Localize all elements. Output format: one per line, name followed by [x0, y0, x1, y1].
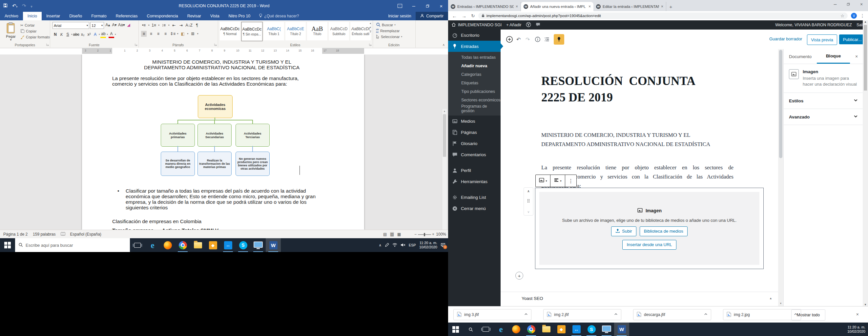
wifi-icon[interactable] [392, 243, 397, 248]
taskbar-search-box[interactable]: Escribe aquí para buscar [15, 238, 130, 252]
move-up-icon[interactable]: ∧ [527, 189, 529, 193]
strikethrough-button[interactable]: abc [73, 31, 80, 37]
taskbar-app-firefox[interactable] [508, 323, 524, 336]
superscript-button[interactable]: x² [86, 31, 92, 37]
text-effects-button[interactable]: A [93, 31, 98, 37]
scrollbar-thumb[interactable] [864, 25, 867, 91]
add-block-icon[interactable] [506, 36, 513, 44]
submenu-item-programas-de-gestión[interactable]: Programas de gestión [448, 104, 501, 113]
style-énfasis-sutil[interactable]: AaBbCcDtÉnfasis sutil [350, 22, 371, 41]
dialog-launcher-icon[interactable] [135, 43, 137, 47]
editor-scrollbar[interactable]: ▾ [778, 49, 783, 306]
taskbar-app-skype[interactable]: S [584, 323, 599, 336]
info-icon[interactable] [535, 36, 540, 43]
status-language[interactable]: Español (España) [70, 232, 101, 237]
tray-chevron-icon[interactable]: ∧ [379, 243, 381, 247]
align-center-button[interactable]: ≡ [148, 31, 154, 37]
italic-button[interactable]: K [59, 31, 64, 37]
sidebar-item-comentarios[interactable]: Comentarios [448, 149, 501, 160]
download-item[interactable]: img 3.jfif [453, 309, 531, 320]
admin-bar-add-new[interactable]: + Añadir [506, 23, 521, 27]
block-align-button[interactable]: ▾ [551, 175, 565, 187]
block-more-options[interactable]: ⋮ [565, 175, 577, 187]
block-appender-plus[interactable]: + [515, 272, 523, 280]
panel-section-styles[interactable]: Estilos [784, 93, 863, 109]
align-left-button[interactable]: ≡ [141, 31, 147, 37]
scroll-down-icon[interactable]: ▾ [778, 302, 783, 305]
dialog-launcher-icon[interactable] [214, 43, 217, 47]
menu-tab-nitro-pro-10[interactable]: Nitro Pro 10 [224, 12, 255, 20]
sidebar-item-páginas[interactable]: Páginas [448, 127, 501, 138]
format-painter-button[interactable]: Copiar formato [20, 34, 50, 40]
taskview-button[interactable] [478, 323, 493, 336]
tab-close-icon[interactable]: × [516, 4, 518, 9]
paste-button[interactable]: Pegar▾ [3, 22, 19, 45]
comments-bubble-icon[interactable] [536, 22, 540, 28]
tray-clock[interactable]: 11:20 a. m.10/02/2020 [847, 325, 865, 334]
post-paragraph-2-line1[interactable]: La presente resolución tiene por objeto … [541, 163, 734, 172]
sidebar-item-medios[interactable]: Medios [448, 116, 501, 127]
chevron-up-small-icon[interactable] [704, 312, 708, 317]
clear-format-icon[interactable]: ◢ [126, 22, 131, 28]
restore-icon[interactable] [842, 0, 855, 8]
taskbar-app-firefox[interactable] [160, 238, 175, 252]
undo-icon[interactable]: ↶ [516, 36, 521, 43]
ribbon-options-icon[interactable]: ↑ [393, 0, 407, 12]
start-button[interactable] [448, 323, 463, 336]
read-mode-icon[interactable]: ▤ [383, 232, 387, 237]
select-button[interactable]: Seleccionar▾ [376, 34, 402, 40]
multilevel-list-button[interactable]: ⁝≡ [161, 22, 167, 28]
menu-tab-revisar[interactable]: Revisar [183, 12, 206, 20]
document-page[interactable]: MINISTERIO DE COM­ERCIO, INDUSTRIA Y TUR… [82, 55, 364, 230]
style-título[interactable]: AaBTítulo [307, 22, 328, 41]
reload-icon[interactable]: ↻ [471, 13, 475, 19]
submenu-item-sectores-económicos[interactable]: Sectores económicos [448, 96, 501, 104]
taskview-button[interactable] [130, 238, 145, 252]
increase-indent-button[interactable]: ⇥ [179, 22, 184, 28]
submenu-item-tipo-publicaciones[interactable]: Tipo publicaciones [448, 87, 501, 96]
bold-button[interactable]: N [53, 31, 58, 37]
tell-me-box[interactable]: ¿Qué desea hacer? [255, 12, 299, 20]
numbered-list-button[interactable]: 1≡ [151, 22, 157, 28]
taskbar-app-chrome[interactable] [524, 323, 539, 336]
replace-button[interactable]: abacReemplazar [376, 28, 402, 34]
sidebar-item-perfil[interactable]: Perfil [448, 165, 501, 176]
taskbar-app-nitro[interactable]: ◆ [554, 323, 569, 336]
dialog-launcher-icon[interactable] [369, 43, 372, 47]
tab-block[interactable]: Bloque [817, 49, 850, 64]
font-color-button[interactable]: A [108, 31, 114, 38]
download-item[interactable]: img 2.jpg [723, 309, 801, 320]
taskbar-app-explorer[interactable] [539, 323, 554, 336]
cut-button[interactable]: ✂Cortar [20, 22, 50, 28]
browser-scrollbar[interactable]: ▲ ▼ [863, 20, 868, 306]
status-page[interactable]: Página 1 de 2 [3, 232, 28, 237]
yoast-icon[interactable] [526, 22, 531, 28]
font-family-select[interactable]: Arial▾ [53, 22, 89, 29]
redo-icon[interactable]: ↷ [526, 36, 530, 43]
justify-button[interactable]: ≡ [163, 31, 168, 37]
sign-in-link[interactable]: Iniciar sesión [383, 12, 415, 20]
new-tab-button[interactable]: + [666, 2, 676, 11]
scrollbar-thumb[interactable] [779, 50, 782, 158]
preview-button[interactable]: Vista previa [807, 34, 837, 45]
menu-tab-referencias[interactable]: Referencias [111, 12, 143, 20]
dialog-launcher-icon[interactable] [46, 43, 49, 47]
download-item[interactable]: descarga.jfif [633, 309, 711, 320]
zoom-slider[interactable] [418, 234, 431, 235]
chevron-up-small-icon[interactable] [524, 312, 528, 317]
publish-button[interactable]: Publicar... [839, 34, 865, 44]
zoom-in-button[interactable]: + [432, 232, 434, 237]
sidebar-item-glosario[interactable]: Glosario [448, 138, 501, 149]
close-icon[interactable]: × [850, 49, 863, 64]
decrease-indent-button[interactable]: ⇤ [171, 22, 177, 28]
forward-icon[interactable]: → [462, 13, 466, 19]
menu-tab-archivo[interactable]: Archivo [0, 12, 23, 20]
underline-button[interactable]: S [65, 31, 70, 37]
scroll-up-icon[interactable]: ▲ [442, 109, 447, 112]
tray-language[interactable]: ESP [409, 243, 416, 247]
taskbar-app-nitro[interactable]: ◆ [205, 238, 220, 252]
admin-bar-site-name[interactable]: IMPLEMENTANDO SGI [458, 23, 502, 27]
pin-tools-button[interactable] [554, 34, 564, 44]
notification-center-icon[interactable]: 1 [440, 243, 445, 248]
style-título-2[interactable]: AaBbCcETítulo 2 [285, 22, 306, 41]
